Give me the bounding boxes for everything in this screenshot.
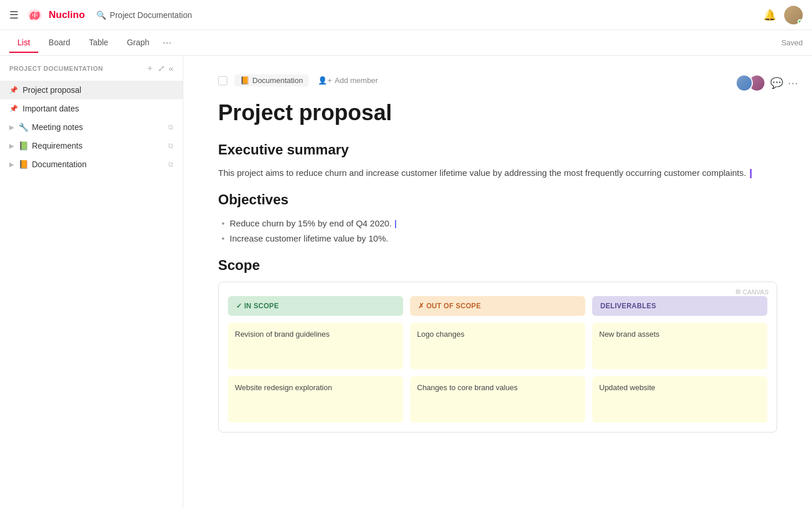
- add-member-label: Add member: [335, 76, 378, 85]
- canvas-label: ⊞ CANVAS: [735, 288, 768, 296]
- logo: Nuclino: [26, 6, 85, 24]
- search-icon: 🔍: [96, 10, 106, 20]
- doc-folder-badge[interactable]: 📙 Documentation: [234, 74, 309, 87]
- logo-text: Nuclino: [49, 9, 85, 21]
- objectives-heading: Objectives: [218, 192, 777, 208]
- topbar-right: 🔔: [763, 6, 803, 24]
- sidebar-item-project-proposal[interactable]: 📌 Project proposal: [0, 81, 183, 99]
- pin-icon: 📌: [9, 86, 18, 94]
- folder-name: Documentation: [252, 76, 303, 85]
- expand-arrow-icon: ▶: [9, 142, 14, 150]
- document-title: Project proposal: [218, 100, 777, 125]
- sidebar-item-label: Meeting notes: [32, 123, 83, 132]
- expand-arrow-icon: ▶: [9, 161, 14, 168]
- in-scope-card-2[interactable]: Website redesign exploration: [228, 376, 403, 423]
- collaborator-avatar-1: [735, 74, 753, 92]
- user-avatar[interactable]: [784, 6, 803, 24]
- out-scope-card-2[interactable]: Changes to core brand values: [410, 376, 585, 423]
- topbar: ☰ Nuclino 🔍 Project Documentation 🔔: [0, 0, 812, 30]
- sidebar-item-important-dates[interactable]: 📌 Important dates: [0, 99, 183, 118]
- folder-emoji: 📙: [240, 76, 249, 85]
- more-options-icon[interactable]: ⋯: [788, 77, 798, 89]
- copy-icon: ⧉: [168, 160, 173, 168]
- tab-table[interactable]: Table: [81, 33, 116, 53]
- scope-heading: Scope: [218, 257, 777, 273]
- executive-summary-text: This project aims to reduce churn and in…: [218, 166, 777, 180]
- collapse-sidebar-icon[interactable]: «: [169, 63, 173, 73]
- add-member-icon: 👤+: [318, 76, 332, 85]
- requirements-emoji: 📗: [19, 141, 28, 150]
- expand-sidebar-icon[interactable]: ⤢: [158, 63, 165, 74]
- board-grid: ✓ IN SCOPE ✗ OUT OF SCOPE DELIVERABLES R…: [228, 296, 767, 423]
- add-member-button[interactable]: 👤+ Add member: [318, 76, 378, 85]
- sidebar-item-requirements[interactable]: ▶ 📗 Requirements ⧉: [0, 136, 183, 155]
- sidebar-header: PROJECT DOCUMENTATION ＋ ⤢ «: [0, 56, 183, 81]
- tab-board[interactable]: Board: [41, 33, 78, 53]
- sidebar-item-label: Project proposal: [23, 85, 81, 95]
- tab-list[interactable]: List: [9, 33, 38, 53]
- in-scope-column-header: ✓ IN SCOPE: [228, 296, 403, 316]
- tabbar: List Board Table Graph ⋯ Saved: [0, 30, 812, 56]
- sidebar-item-label: Requirements: [32, 141, 82, 150]
- tab-graph[interactable]: Graph: [119, 33, 158, 53]
- saved-status: Saved: [781, 38, 803, 47]
- out-scope-card-1[interactable]: Logo changes: [410, 323, 585, 369]
- copy-icon: ⧉: [168, 123, 173, 131]
- sidebar-item-label: Documentation: [32, 160, 86, 169]
- hamburger-menu[interactable]: ☰: [9, 9, 19, 21]
- search-area[interactable]: 🔍 Project Documentation: [96, 10, 756, 20]
- pin-icon: 📌: [9, 105, 18, 113]
- documentation-emoji: 📙: [19, 160, 28, 169]
- executive-summary-heading: Executive summary: [218, 142, 777, 158]
- add-page-icon[interactable]: ＋: [146, 63, 154, 74]
- objectives-list: Reduce churn by 15% by end of Q4 2020. I…: [218, 216, 777, 246]
- content-area: 💬 ⋯ 📙 Documentation 👤+ Add member Projec…: [183, 56, 812, 508]
- logo-icon: [26, 6, 44, 24]
- notification-bell-icon[interactable]: 🔔: [763, 9, 776, 21]
- objective-item-1: Reduce churn by 15% by end of Q4 2020.: [218, 216, 777, 231]
- canvas-board: ⊞ CANVAS ✓ IN SCOPE ✗ OUT OF SCOPE DELIV…: [218, 282, 777, 433]
- cursor-2: [395, 220, 396, 228]
- copy-icon: ⧉: [168, 142, 173, 150]
- sidebar-item-documentation[interactable]: ▶ 📙 Documentation ⧉: [0, 155, 183, 174]
- meeting-notes-emoji: 🔧: [19, 123, 28, 132]
- in-scope-card-1[interactable]: Revision of brand guidelines: [228, 323, 403, 369]
- doc-checkbox[interactable]: [218, 76, 227, 85]
- expand-arrow-icon: ▶: [9, 124, 14, 131]
- comments-icon[interactable]: 💬: [770, 77, 783, 89]
- deliverables-card-1[interactable]: New brand assets: [592, 323, 767, 369]
- sidebar-actions: ＋ ⤢ «: [146, 63, 173, 74]
- deliverables-column-header: DELIVERABLES: [592, 296, 767, 316]
- sidebar-item-meeting-notes[interactable]: ▶ 🔧 Meeting notes ⧉: [0, 118, 183, 136]
- content-topright: 💬 ⋯: [735, 74, 798, 92]
- out-scope-column-header: ✗ OUT OF SCOPE: [410, 296, 585, 316]
- main-layout: PROJECT DOCUMENTATION ＋ ⤢ « 📌 Project pr…: [0, 56, 812, 508]
- deliverables-card-2[interactable]: Updated website: [592, 376, 767, 423]
- sidebar-item-label: Important dates: [23, 104, 79, 113]
- canvas-icon: ⊞: [735, 288, 741, 296]
- sidebar-section-title: PROJECT DOCUMENTATION: [9, 65, 141, 72]
- doc-title-breadcrumb: Project Documentation: [110, 10, 192, 20]
- sidebar: PROJECT DOCUMENTATION ＋ ⤢ « 📌 Project pr…: [0, 56, 183, 508]
- cursor: [750, 169, 752, 178]
- doc-header: 📙 Documentation 👤+ Add member: [218, 74, 777, 87]
- online-status-dot: [798, 19, 803, 24]
- objective-item-2: Increase customer lifetime value by 10%.: [218, 231, 777, 246]
- tabs-more-icon[interactable]: ⋯: [162, 37, 172, 48]
